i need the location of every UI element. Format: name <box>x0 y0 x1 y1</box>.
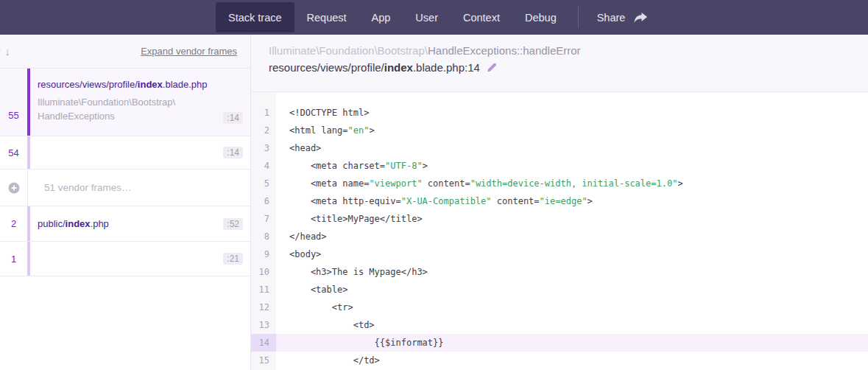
line-number: 5 <box>251 175 276 192</box>
line-number: 9 <box>251 245 276 263</box>
expand-vendor-frames-link[interactable]: Expand vendor frames <box>141 46 237 57</box>
open-file-path: resources/views/profile/index.blade.php:… <box>269 61 480 74</box>
tab-debug[interactable]: Debug <box>512 0 569 35</box>
line-number: 1 <box>251 104 276 122</box>
navbar: Stack traceRequestAppUserContextDebug Sh… <box>0 0 868 35</box>
frame-file-path: public/index.php <box>38 218 109 229</box>
share-button[interactable]: Share <box>587 0 659 35</box>
navbar-tabs: Stack traceRequestAppUserContextDebug <box>216 0 569 35</box>
frame-file-path: resources/views/profile/index.blade.php <box>38 79 243 90</box>
code-text: <meta http-equiv="X-UA-Compatible" conte… <box>276 192 593 210</box>
code-line: 11 <table> <box>251 281 868 299</box>
vendor-frames-row[interactable]: 51 vendor frames… <box>0 170 250 206</box>
line-number: 4 <box>251 157 276 175</box>
frame-number: 54 <box>0 136 30 169</box>
tab-app[interactable]: App <box>359 0 403 35</box>
code-text: <meta name="viewport" content="width=dev… <box>276 175 683 192</box>
line-number: 2 <box>251 122 276 139</box>
main-panel: Illuminate\Foundation\Bootstrap\HandleEx… <box>251 35 868 370</box>
frame-nav-down-icon[interactable]: ↓ <box>5 45 11 57</box>
line-number-badge: :14 <box>223 112 243 124</box>
line-number-badge: :21 <box>223 253 243 265</box>
code-line: 5 <meta name="viewport" content="width=d… <box>251 175 868 192</box>
code-line: 13 <td> <box>251 316 868 334</box>
stack-frame-row[interactable]: 54:14 <box>0 136 250 170</box>
frame-content: :21 <box>30 242 250 276</box>
exception-method: HandleExceptions::handleError <box>428 44 581 57</box>
code-text: <td> <box>276 316 375 334</box>
code-line: 6 <meta http-equiv="X-UA-Compatible" con… <box>251 192 868 210</box>
exception-class-prefix: Illuminate\Foundation\Bootstrap\ <box>269 44 428 57</box>
code-text: <body> <box>276 245 321 263</box>
line-number: 10 <box>251 263 276 281</box>
code-text: <head> <box>276 139 321 157</box>
code-line: 14 {{$informat}} <box>251 334 868 352</box>
share-arrow-icon <box>633 12 648 24</box>
tab-stack-trace[interactable]: Stack trace <box>216 2 294 32</box>
pencil-icon[interactable] <box>486 62 497 73</box>
line-number-badge: :52 <box>223 218 243 230</box>
navbar-divider <box>578 7 579 28</box>
vendor-frames-label: 51 vendor frames… <box>44 182 132 193</box>
code-line: 9<body> <box>251 245 868 263</box>
share-button-label: Share <box>597 12 626 24</box>
frame-class-row: Illuminate\Foundation\Bootstrap\HandleEx… <box>38 96 243 124</box>
line-number: 14 <box>251 334 276 352</box>
stack-frames-list: 55resources/views/profile/index.blade.ph… <box>0 69 250 370</box>
code-text: <table> <box>276 281 347 299</box>
code-text: <tr> <box>276 299 353 316</box>
stack-trace-sidebar: ↑ ↓ Expand vendor frames 55resources/vie… <box>0 35 251 370</box>
line-number: 15 <box>251 352 276 369</box>
code-text: <html lang="en"> <box>276 122 375 139</box>
frame-number: 1 <box>0 242 30 276</box>
vendor-frames-content: 51 vendor frames… <box>28 170 250 206</box>
plus-circle-icon <box>8 182 20 194</box>
line-number: 6 <box>251 192 276 210</box>
code-line: 3<head> <box>251 139 868 157</box>
code-text: <meta charset="UTF-8"> <box>276 157 428 175</box>
stack-frame-row[interactable]: 2public/index.php:52 <box>0 206 250 242</box>
tab-user[interactable]: User <box>403 0 451 35</box>
code-line: 12 <tr> <box>251 299 868 316</box>
exception-class-line: Illuminate\Foundation\Bootstrap\HandleEx… <box>269 44 868 57</box>
line-number: 13 <box>251 316 276 334</box>
code-text: <title>MyPage</title> <box>276 210 423 228</box>
frame-content: :14 <box>30 136 250 169</box>
frame-class: Illuminate\Foundation\Bootstrap\HandleEx… <box>38 96 175 124</box>
code-line: 2<html lang="en"> <box>251 122 868 139</box>
code-line: 15 </td> <box>251 352 868 369</box>
sidebar-header: ↑ ↓ Expand vendor frames <box>0 35 250 69</box>
open-file-line: resources/views/profile/index.blade.php:… <box>269 61 868 74</box>
code-line: 4 <meta charset="UTF-8"> <box>251 157 868 175</box>
line-number: 7 <box>251 210 276 228</box>
frame-number: 2 <box>0 206 30 241</box>
frame-content: resources/views/profile/index.blade.phpI… <box>30 69 250 136</box>
code-text: <h3>The is Mypage</h3> <box>276 263 428 281</box>
vendor-icon-col <box>0 170 28 206</box>
line-number: 3 <box>251 139 276 157</box>
frame-nav-up-icon[interactable]: ↑ <box>0 45 2 57</box>
stack-frame-row[interactable]: 1:21 <box>0 242 250 276</box>
tab-context[interactable]: Context <box>451 0 512 35</box>
stack-frame-row[interactable]: 55resources/views/profile/index.blade.ph… <box>0 69 250 136</box>
code-line: 10 <h3>The is Mypage</h3> <box>251 263 868 281</box>
page-body: ↑ ↓ Expand vendor frames 55resources/vie… <box>0 35 868 370</box>
tab-request[interactable]: Request <box>294 0 359 35</box>
line-number: 8 <box>251 228 276 245</box>
line-number: 11 <box>251 281 276 299</box>
code-text: </head> <box>276 228 327 245</box>
code-line: 1<!DOCTYPE html> <box>251 104 868 122</box>
code-line: 8</head> <box>251 228 868 245</box>
frame-number: 55 <box>0 69 30 136</box>
line-number: 12 <box>251 299 276 316</box>
line-number-badge: :14 <box>223 147 243 158</box>
frame-navigation: ↑ ↓ <box>0 45 10 57</box>
code-line: 7 <title>MyPage</title> <box>251 210 868 228</box>
exception-header: Illuminate\Foundation\Bootstrap\HandleEx… <box>251 35 868 92</box>
code-text: </td> <box>276 352 380 369</box>
code-text: {{$informat}} <box>276 334 444 352</box>
frame-content: public/index.php:52 <box>30 206 250 241</box>
code-viewer: 1<!DOCTYPE html>2<html lang="en">3<head>… <box>251 92 868 370</box>
code-text: <!DOCTYPE html> <box>276 104 369 122</box>
